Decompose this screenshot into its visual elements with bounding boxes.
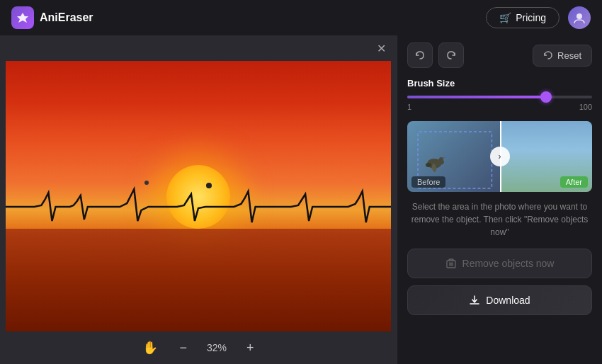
- slider-fill: [407, 96, 546, 98]
- water-reflection: [6, 229, 391, 331]
- hand-tool-button[interactable]: ✋: [137, 337, 164, 358]
- canvas-footer: ✋ − 32% +: [0, 331, 397, 364]
- before-after-preview: Before After ›: [407, 121, 592, 192]
- preview-before: Before: [407, 121, 500, 192]
- redo-icon: [445, 50, 457, 61]
- object-dot-2: [144, 181, 149, 185]
- slider-labels: 1 100: [407, 103, 592, 111]
- brush-max-label: 100: [579, 103, 592, 111]
- reset-label: Reset: [557, 50, 581, 61]
- brush-slider-container[interactable]: [407, 96, 592, 98]
- svg-point-0: [577, 13, 582, 19]
- plus-icon: +: [246, 341, 254, 355]
- preview-arrow-button[interactable]: ›: [490, 147, 510, 166]
- panel-toolbar: Reset: [407, 42, 592, 68]
- download-button[interactable]: Download: [407, 285, 592, 315]
- pricing-button[interactable]: 🛒 Pricing: [486, 7, 560, 28]
- header-left: AniEraser: [11, 6, 93, 29]
- app-title: AniEraser: [40, 11, 93, 24]
- user-avatar[interactable]: [568, 6, 591, 29]
- remove-objects-button[interactable]: Remove objects now: [407, 249, 592, 278]
- app-logo: [11, 6, 34, 29]
- download-icon: [469, 295, 480, 306]
- minus-icon: −: [179, 341, 187, 355]
- main-layout: ✕ ✋ − 32%: [0, 35, 602, 364]
- slider-thumb[interactable]: [540, 91, 552, 103]
- ecg-line: [6, 186, 391, 228]
- header: AniEraser 🛒 Pricing: [0, 0, 602, 35]
- reset-button[interactable]: Reset: [533, 45, 592, 67]
- slider-track: [407, 96, 592, 98]
- undo-icon: [414, 50, 426, 61]
- undo-button[interactable]: [407, 42, 433, 68]
- canvas-header: ✕: [0, 35, 397, 61]
- after-label: After: [560, 176, 588, 188]
- hand-icon: ✋: [142, 341, 158, 355]
- reset-icon: [543, 50, 553, 60]
- pricing-label: Pricing: [516, 12, 546, 23]
- brush-min-label: 1: [407, 103, 411, 111]
- zoom-out-button[interactable]: −: [174, 339, 193, 357]
- cart-icon: 🛒: [499, 12, 511, 23]
- download-label: Download: [486, 295, 530, 306]
- redo-button[interactable]: [438, 42, 464, 68]
- brush-size-section: Brush Size 1 100: [407, 78, 592, 121]
- object-dot-1: [206, 183, 212, 188]
- canvas-image[interactable]: [6, 61, 391, 331]
- close-icon: ✕: [377, 42, 386, 55]
- brush-size-label: Brush Size: [407, 78, 592, 89]
- preview-after: After: [500, 121, 593, 192]
- close-button[interactable]: ✕: [373, 40, 390, 57]
- before-label: Before: [411, 176, 445, 188]
- zoom-level: 32%: [203, 342, 231, 353]
- right-panel: Reset Brush Size 1 100: [397, 35, 602, 364]
- remove-icon: [445, 258, 457, 269]
- zoom-in-button[interactable]: +: [241, 339, 260, 357]
- hint-text: Select the area in the photo where you w…: [407, 200, 592, 239]
- remove-objects-label: Remove objects now: [462, 258, 555, 269]
- canvas-area: ✕ ✋ − 32%: [0, 35, 397, 364]
- header-right: 🛒 Pricing: [486, 6, 591, 29]
